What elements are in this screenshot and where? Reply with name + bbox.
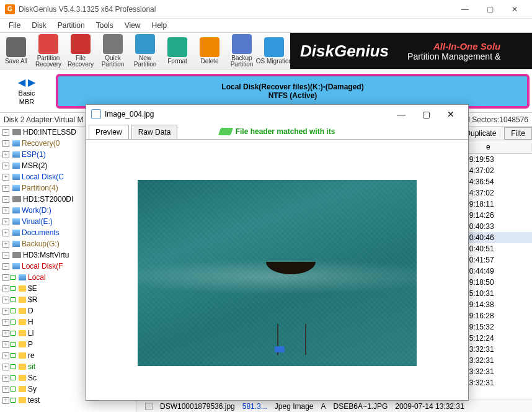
expander-icon[interactable]: + (2, 308, 9, 315)
expander-icon[interactable]: + (2, 330, 9, 337)
preview-dialog: Image_004.jpg — ▢ ✕ File header matched … (86, 104, 469, 401)
recover-checkbox[interactable] (11, 364, 16, 369)
recover-checkbox[interactable] (11, 353, 16, 358)
expander-icon[interactable]: + (2, 285, 9, 292)
tree-label: Sc (28, 374, 37, 382)
expander-icon[interactable]: − (2, 196, 9, 203)
expander-icon[interactable]: − (2, 252, 9, 259)
expander-icon[interactable]: + (2, 163, 9, 169)
file-time: 10:40:33 (465, 222, 515, 231)
expander-icon[interactable]: − (2, 274, 9, 281)
particon-icon (19, 274, 26, 280)
expander-icon[interactable]: + (2, 364, 9, 370)
brand-name: DiskGenius (300, 42, 389, 61)
menubar: File Disk Partition Tools View Help (0, 19, 532, 32)
new-partition-button[interactable]: New Partition (129, 33, 161, 69)
partition-title: Local Disk(Recover files)(K:)-(Damaged) (221, 83, 363, 91)
file-recovery-button[interactable]: File Recovery (64, 33, 97, 69)
partition-bar[interactable]: Local Disk(Recover files)(K:)-(Damaged) … (56, 74, 530, 109)
file-time: 09:16:28 (465, 311, 515, 320)
expander-icon[interactable]: + (2, 230, 9, 236)
recover-checkbox[interactable] (11, 375, 16, 380)
recover-checkbox[interactable] (11, 308, 16, 313)
particon-icon (12, 185, 20, 191)
quick-partition-icon (103, 34, 123, 54)
foldicon-icon (19, 341, 26, 347)
recover-checkbox[interactable] (11, 297, 16, 302)
recover-checkbox[interactable] (11, 275, 16, 280)
partition-recovery-button[interactable]: Partition Recovery (32, 33, 64, 69)
tree-label: Work(D:) (22, 206, 51, 215)
header-match-status: File header matched with its (86, 127, 468, 136)
nav-arrows-icon[interactable]: ◀ ▶ (18, 76, 35, 88)
recover-checkbox[interactable] (11, 387, 16, 392)
expander-icon[interactable]: + (2, 185, 9, 192)
toolbar-label: OS Migration (256, 58, 292, 65)
brand-band: DiskGenius All-In-One Solu Partition Man… (290, 33, 532, 69)
column-e[interactable]: e (482, 143, 532, 151)
tree-label: Virual(E:) (22, 217, 53, 226)
tree-label: Sy (28, 385, 37, 393)
foldicon-icon (19, 285, 26, 292)
recover-checkbox[interactable] (11, 342, 16, 347)
checkmark-icon (218, 128, 233, 135)
recover-checkbox[interactable] (11, 398, 16, 403)
os-migration-icon (264, 37, 284, 57)
delete-button[interactable]: Delete (193, 33, 226, 69)
menu-help[interactable]: Help (147, 20, 172, 31)
dialog-close-button[interactable]: ✕ (438, 109, 463, 119)
file-time: 15:10:31 (465, 289, 515, 298)
menu-file[interactable]: File (4, 20, 25, 31)
dialog-title: Image_004.jpg (105, 110, 389, 119)
particon-icon (12, 263, 20, 269)
dialog-minimize-button[interactable]: — (389, 109, 414, 119)
save-all-button[interactable]: Save All (0, 33, 32, 69)
recover-checkbox[interactable] (11, 286, 16, 291)
close-button[interactable]: ✕ (502, 0, 527, 19)
backup-partition-button[interactable]: Backup Partition (226, 33, 258, 69)
menu-view[interactable]: View (120, 20, 146, 31)
menu-disk[interactable]: Disk (27, 20, 51, 31)
expander-icon[interactable]: + (2, 386, 9, 393)
file-date: 2009-07-14 13:32:31 (395, 402, 464, 411)
expander-icon[interactable]: + (2, 352, 9, 359)
os-migration-button[interactable]: OS Migration (258, 33, 290, 69)
expander-icon[interactable]: + (2, 140, 9, 147)
dialog-maximize-button[interactable]: ▢ (414, 109, 438, 119)
file-time: 09:19:53 (465, 155, 515, 164)
filter-button[interactable]: Filte (504, 127, 532, 140)
particon-icon (12, 174, 20, 180)
expander-icon[interactable]: + (2, 151, 9, 158)
expander-icon[interactable]: + (2, 375, 9, 382)
foldicon-icon (19, 319, 26, 325)
minimize-button[interactable]: — (453, 0, 477, 19)
expander-icon[interactable]: + (2, 341, 9, 348)
diskicon-icon (12, 252, 21, 258)
foldicon-icon (19, 352, 26, 359)
recover-checkbox[interactable] (11, 320, 16, 325)
menu-partition[interactable]: Partition (53, 20, 90, 31)
particon-icon (12, 140, 20, 146)
format-button[interactable]: Format (161, 33, 193, 69)
expander-icon[interactable]: + (2, 241, 9, 248)
expander-icon[interactable]: + (2, 174, 9, 181)
expander-icon[interactable]: + (2, 297, 9, 303)
expander-icon[interactable]: + (2, 319, 9, 326)
file-time: 09:15:32 (465, 323, 515, 331)
menu-tools[interactable]: Tools (91, 20, 118, 31)
app-logo-icon: G (5, 4, 15, 14)
expander-icon[interactable]: − (2, 263, 9, 270)
expander-icon[interactable]: + (2, 397, 9, 404)
expander-icon[interactable]: + (2, 218, 9, 225)
recover-checkbox[interactable] (11, 331, 16, 336)
quick-partition-button[interactable]: Quick Partition (97, 33, 129, 69)
dialog-titlebar[interactable]: Image_004.jpg — ▢ ✕ (86, 105, 468, 123)
brand-tagline-1: All-In-One Solu (407, 41, 500, 52)
new-partition-icon (135, 34, 155, 54)
file-icon (145, 403, 153, 410)
expander-icon[interactable]: − (2, 129, 9, 136)
preview-image (138, 180, 417, 366)
expander-icon[interactable]: + (2, 207, 9, 214)
tree-label: Local Disk(C (22, 172, 64, 181)
maximize-button[interactable]: ▢ (477, 0, 502, 19)
